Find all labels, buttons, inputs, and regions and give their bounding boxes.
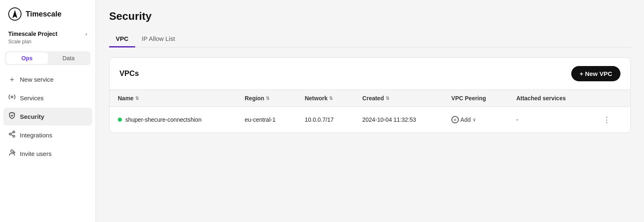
vpcs-title: VPCs: [119, 69, 139, 78]
svg-point-1: [11, 96, 13, 98]
security-tabs-bar: VPC IP Allow List: [109, 31, 631, 47]
col-actions: [592, 90, 630, 107]
svg-line-5: [11, 135, 13, 136]
sidebar: Timescale Timescale Project › Scale plan…: [0, 0, 96, 222]
circle-plus-icon: +: [451, 116, 459, 123]
sidebar-tabs: Ops Data: [5, 51, 91, 65]
chevron-right-icon: ›: [85, 31, 87, 37]
wrench-icon: [8, 93, 16, 103]
add-peering-button[interactable]: + Add ∨: [451, 116, 476, 123]
sidebar-item-invite-users[interactable]: Invite users: [3, 145, 92, 163]
sort-icon-name: ⇅: [135, 96, 139, 101]
sidebar-logo: Timescale: [0, 0, 95, 27]
vpcs-table: Name ⇅ Region ⇅ Network ⇅: [110, 90, 630, 132]
sidebar-item-integrations[interactable]: Integrations: [3, 126, 92, 144]
timescale-logo-icon: [8, 7, 21, 21]
vpc-name-cell: shuper-shecure-connectshion: [110, 107, 236, 133]
vpc-created-cell: 2024-10-04 11:32:53: [354, 107, 443, 133]
sidebar-item-label-integrations: Integrations: [20, 132, 52, 139]
invite-users-icon: [8, 149, 16, 158]
col-created: Created ⇅: [354, 90, 443, 107]
page-title: Security: [109, 10, 631, 23]
sort-icon-created: ⇅: [386, 96, 389, 101]
sidebar-item-security[interactable]: Security: [3, 108, 92, 125]
shield-icon: [8, 112, 16, 121]
chevron-down-icon: ∨: [472, 117, 476, 123]
tab-ip-allow-list[interactable]: IP Allow List: [135, 31, 182, 47]
col-network: Network ⇅: [296, 90, 354, 107]
main-content: Security VPC IP Allow List VPCs + New VP…: [96, 0, 644, 222]
vpcs-header: VPCs + New VPC: [110, 58, 630, 90]
sidebar-item-label-invite-users: Invite users: [20, 150, 52, 157]
sidebar-item-label-services: Services: [20, 94, 44, 102]
sidebar-project-name: Timescale Project: [8, 31, 57, 37]
vpc-actions-button[interactable]: ⋮: [600, 113, 614, 126]
vpc-name: shuper-shecure-connectshion: [125, 116, 201, 123]
vpc-peering-cell: + Add ∨: [443, 107, 508, 133]
svg-point-7: [11, 150, 13, 152]
tab-data[interactable]: Data: [48, 52, 90, 64]
col-name: Name ⇅: [110, 90, 236, 107]
col-region: Region ⇅: [236, 90, 296, 107]
col-vpc-peering: VPC Peering: [443, 90, 508, 107]
sidebar-logo-text: Timescale: [26, 10, 62, 19]
sidebar-nav: ＋ New service Services Security Integrat…: [0, 68, 95, 164]
status-dot-active: [118, 118, 122, 122]
svg-line-6: [11, 132, 13, 134]
integrations-icon: [8, 130, 16, 140]
vpc-network-cell: 10.0.0.7/17: [296, 107, 354, 133]
table-header-row: Name ⇅ Region ⇅ Network ⇅: [110, 90, 630, 107]
vpc-region-cell: eu-central-1: [236, 107, 296, 133]
tab-vpc[interactable]: VPC: [109, 31, 135, 47]
sidebar-project-row[interactable]: Timescale Project ›: [0, 27, 95, 39]
vpcs-card: VPCs + New VPC Name ⇅ Region ⇅: [109, 57, 631, 133]
sidebar-item-services[interactable]: Services: [3, 89, 92, 107]
sidebar-item-new-service[interactable]: ＋ New service: [3, 70, 92, 88]
add-peering-label: Add: [460, 116, 471, 123]
tab-ops[interactable]: Ops: [6, 52, 48, 64]
table-row: shuper-shecure-connectshion eu-central-1…: [110, 107, 630, 133]
sort-icon-network: ⇅: [329, 96, 333, 101]
vpc-attached-services-cell: -: [508, 107, 592, 133]
sidebar-project-plan: Scale plan: [0, 39, 95, 50]
col-attached-services: Attached services: [508, 90, 592, 107]
sidebar-item-label-new-service: New service: [20, 76, 54, 83]
new-vpc-button[interactable]: + New VPC: [571, 66, 620, 81]
sort-icon-region: ⇅: [266, 96, 270, 101]
vpc-actions-cell: ⋮: [592, 107, 630, 133]
plus-icon: ＋: [8, 74, 16, 84]
sidebar-item-label-security: Security: [20, 113, 44, 120]
